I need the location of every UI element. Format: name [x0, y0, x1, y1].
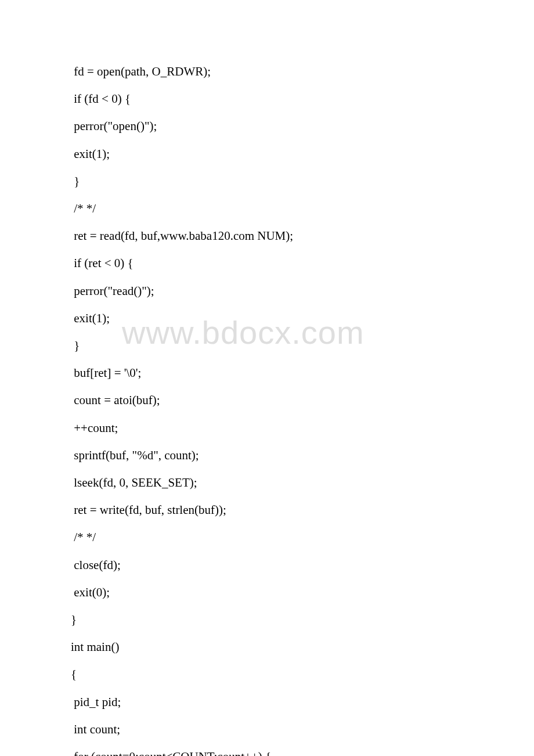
code-line: perror("open()"); — [71, 113, 534, 140]
code-line: { — [71, 661, 534, 688]
code-line: exit(1); — [71, 305, 534, 332]
code-line: close(fd); — [71, 552, 534, 579]
code-line: } — [71, 606, 534, 633]
code-line: ret = read(fd, buf,www.baba120.com NUM); — [71, 222, 534, 250]
code-line: } — [71, 332, 534, 359]
code-line: ret = write(fd, buf, strlen(buf)); — [71, 496, 534, 524]
code-line: if (ret < 0) { — [71, 250, 534, 277]
code-line: fd = open(path, O_RDWR); — [71, 58, 534, 85]
code-line: int count; — [71, 716, 534, 743]
code-line: int main() — [71, 633, 534, 661]
code-line: exit(0); — [71, 579, 534, 606]
code-line: sprintf(buf, "%d", count); — [71, 442, 534, 469]
code-line: /* */ — [71, 524, 534, 551]
code-line: ++count; — [71, 415, 534, 442]
code-line: count = atoi(buf); — [71, 387, 534, 414]
code-line: for (count=0;count<COUNT;count++) { — [71, 743, 534, 756]
code-block: fd = open(path, O_RDWR); if (fd < 0) { p… — [71, 58, 534, 756]
code-line: perror("read()"); — [71, 278, 534, 305]
code-line: pid_t pid; — [71, 689, 534, 716]
code-line: exit(1); — [71, 141, 534, 168]
code-line: } — [71, 168, 534, 195]
code-line: if (fd < 0) { — [71, 85, 534, 113]
code-line: lseek(fd, 0, SEEK_SET); — [71, 469, 534, 496]
code-line: /* */ — [71, 195, 534, 222]
code-line: buf[ret] = '\0'; — [71, 359, 534, 387]
